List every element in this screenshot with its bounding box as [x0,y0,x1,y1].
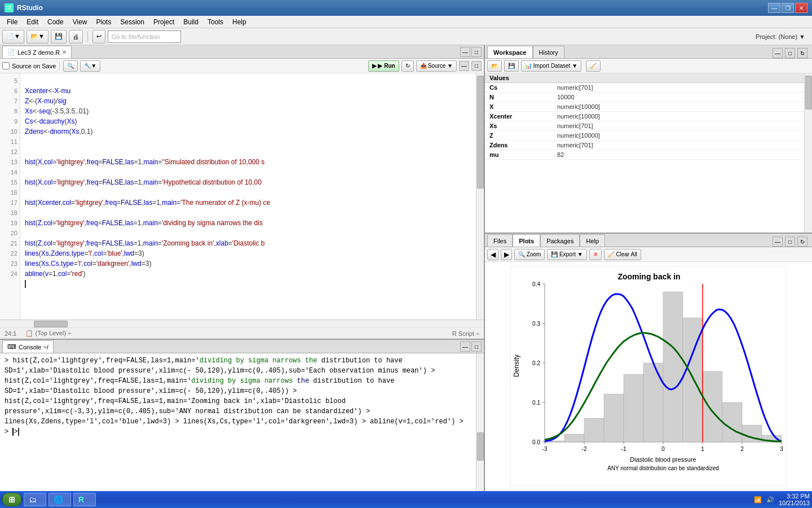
tab-files[interactable]: Files [487,234,513,247]
workspace-minimize-btn[interactable]: — [773,48,783,58]
open-file-button[interactable]: 📂▼ [27,30,48,43]
svg-rect-32 [703,371,722,442]
editor-minimize-btn[interactable]: — [460,47,470,57]
svg-text:1: 1 [701,446,704,452]
menu-build[interactable]: Build [179,17,203,27]
import-dataset-btn[interactable]: 📊 Import Dataset ▼ [521,60,581,72]
console-maximize-btn[interactable]: □ [471,341,482,352]
menu-tools[interactable]: Tools [203,17,228,27]
workspace-content-area: Values Csnumeric[701]N10000Xnumeric[1000… [485,73,812,233]
re-run-button[interactable]: ↻ [401,60,414,72]
zoom-btn[interactable]: 🔍 Zoom [514,249,545,260]
svg-rect-28 [624,374,643,442]
svg-text:0.1: 0.1 [532,400,540,406]
plots-panel-controls: — □ ↻ [773,237,807,247]
svg-text:-2: -2 [582,446,587,452]
close-button[interactable]: ✕ [795,3,807,13]
line-numbers: 56789 1011121314 1516171819 2021222324 [0,73,20,319]
left-panel: 📄 Lec3 Z demo.R ✕ — □ Source on Save 🔍 🔧… [0,45,485,491]
menu-edit[interactable]: Edit [22,17,43,27]
delete-plot-btn[interactable]: ✕ [589,249,602,260]
menu-project[interactable]: Project [149,17,179,27]
console-tab[interactable]: ⌨ Console ~/ [2,340,54,353]
project-label[interactable]: Project: (None) ▼ [756,33,810,40]
r-icon: R [78,495,84,504]
editor-tab-close[interactable]: ✕ [62,49,67,55]
variable-value: 10000 [553,93,804,102]
save-button[interactable]: 💾 [51,30,67,43]
workspace-panel-controls: — □ ↻ [773,48,807,58]
export-btn[interactable]: 💾 Export ▼ [547,249,586,260]
clear-workspace-btn[interactable]: 🧹 [586,60,601,72]
print-button[interactable]: 🖨 [69,30,83,43]
save-workspace-btn[interactable]: 💾 [504,60,519,72]
console-vertical-scrollbar[interactable] [476,353,484,491]
taskbar-item-r[interactable]: R [73,493,96,506]
plot-display: Zooming back in Density 0.0 0.1 [485,262,812,491]
console-tab-icon: ⌨ [7,343,16,351]
editor-horizontal-scrollbar[interactable] [0,319,484,327]
editor-vertical-scrollbar[interactable] [476,73,484,319]
menu-plots[interactable]: Plots [92,17,116,27]
editor-panel-maximize[interactable]: □ [471,61,482,71]
taskbar-item-explorer[interactable]: 🗂 [24,493,46,506]
load-workspace-btn[interactable]: 📂 [487,60,502,72]
workspace-table: Csnumeric[701]N10000Xnumeric[10000]Xcent… [485,83,804,160]
minimize-button[interactable]: — [768,3,780,13]
menu-file[interactable]: File [2,17,22,27]
code-tools-btn[interactable]: 🔧▼ [80,60,100,72]
new-file-button[interactable]: 📄▼ [2,30,24,43]
workspace-table-row: Xsnumeric[701] [485,121,804,131]
workspace-panel: Workspace History — □ ↻ 📂 💾 📊 Import Dat… [485,45,812,234]
tab-packages[interactable]: Packages [540,234,580,247]
start-button[interactable]: ⊞ [2,493,21,506]
tab-plots[interactable]: Plots [513,234,540,247]
chart-title: Zooming back in [617,272,680,281]
taskbar-item-chrome[interactable]: 🌐 [48,493,71,506]
code-editor[interactable]: 56789 1011121314 1516171819 2021222324 X… [0,73,484,319]
workspace-scrollbar[interactable] [804,73,812,233]
editor-maximize-btn[interactable]: □ [471,47,482,57]
go-to-file-input[interactable]: Go to file/function [108,30,181,43]
plots-refresh-btn[interactable]: ↻ [797,237,807,247]
code-text[interactable]: Xcenter<-X-mu Z<-(X-mu)/sig Xs<-seq(-3.5… [20,73,476,319]
menu-session[interactable]: Session [116,17,149,27]
editor-panel-minimize[interactable]: — [459,61,469,71]
plot-back-btn[interactable]: ◀ [487,249,498,260]
editor-tab-active[interactable]: 📄 Lec3 Z demo.R ✕ [2,46,72,58]
menu-code[interactable]: Code [43,17,68,27]
restore-button[interactable]: ❐ [782,3,794,13]
clear-all-plots-btn[interactable]: 🧹 Clear All [604,249,641,260]
app-icon: R [5,3,14,12]
code-level: 📋 (Top Level) ÷ [25,330,71,337]
plots-toolbar: ◀ ▶ 🔍 Zoom 💾 Export ▼ ✕ 🧹 Clear All [485,247,812,262]
right-panel: Workspace History — □ ↻ 📂 💾 📊 Import Dat… [485,45,812,491]
console-minimize-btn[interactable]: — [460,341,470,352]
console-content[interactable]: > hist(Z,col='lightgrey',freq=FALSE,las=… [0,353,476,491]
editor-tab-label: Lec3 Z demo.R [17,49,60,56]
tab-workspace[interactable]: Workspace [487,46,533,58]
editor-area: 📄 Lec3 Z demo.R ✕ — □ Source on Save 🔍 🔧… [0,45,484,339]
tab-help[interactable]: Help [580,234,605,247]
workspace-refresh-btn[interactable]: ↻ [797,48,807,58]
menu-view[interactable]: View [68,17,92,27]
variable-name: mu [485,150,553,160]
volume-icon: 🔊 [766,496,774,503]
tab-history[interactable]: History [533,46,564,58]
plots-maximize-btn[interactable]: □ [785,237,795,247]
source-button[interactable]: 📤 Source ▼ [416,60,457,72]
workspace-table-row: Xcenternumeric[10000] [485,112,804,121]
variable-value: numeric[10000] [553,131,804,141]
run-button[interactable]: ▶ ▶ Run [368,60,399,72]
menu-help[interactable]: Help [228,17,251,27]
workspace-maximize-btn[interactable]: □ [785,48,795,58]
plots-minimize-btn[interactable]: — [773,237,783,247]
plot-forward-btn[interactable]: ▶ [501,249,512,260]
svg-text:0.2: 0.2 [532,360,540,366]
editor-toolbar: Source on Save 🔍 🔧▼ ▶ ▶ Run ↻ 📤 Source ▼… [0,59,484,73]
menu-bar: File Edit Code View Plots Session Projec… [0,16,812,28]
go-back-button[interactable]: ↩ [92,30,105,43]
source-on-save-checkbox[interactable] [2,62,10,69]
svg-rect-30 [663,292,683,442]
search-code-btn[interactable]: 🔍 [63,60,78,72]
